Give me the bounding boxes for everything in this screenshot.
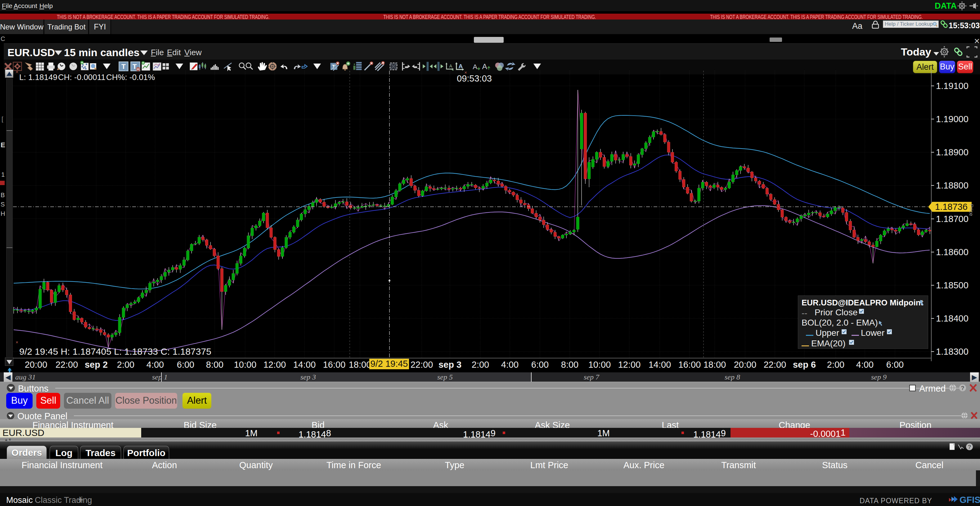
svg-text:?: ?	[968, 444, 971, 450]
svg-text:?: ?	[961, 385, 964, 391]
